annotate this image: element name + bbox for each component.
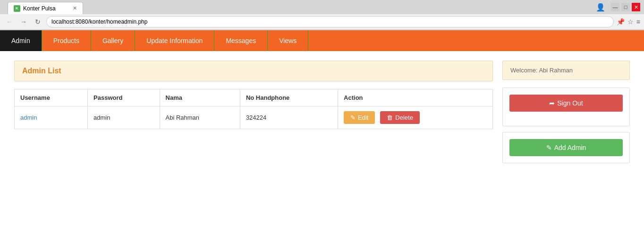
cell-no-handphone: 324224	[240, 106, 338, 129]
browser-nav-icons: 📌 ☆ ≡	[617, 18, 640, 26]
browser-tab[interactable]: K Konter Pulsa ✕	[8, 2, 83, 14]
col-no-handphone: No Handphone	[240, 89, 338, 106]
menu-icon[interactable]: ≡	[636, 18, 640, 26]
user-icon: 👤	[596, 3, 605, 12]
tab-favicon: K	[14, 5, 20, 12]
admin-list-header: Admin List	[14, 61, 493, 81]
table-body: admin admin Abi Rahman 324224 ✎ Edit 🗑 D…	[15, 106, 493, 129]
main-panel: Admin List Username Password Nama No Han…	[14, 61, 493, 169]
nav-item-messages[interactable]: Messages	[214, 30, 268, 51]
nav-item-views[interactable]: Views	[268, 30, 308, 51]
pin-icon: 📌	[617, 18, 625, 26]
app-navigation: AdminProductsGalleryUpdate InformationMe…	[0, 30, 644, 51]
window-controls: 👤 — □ ✕	[596, 3, 640, 12]
delete-icon: 🗑	[387, 114, 393, 121]
address-bar[interactable]	[46, 16, 614, 27]
edit-label: Edit	[358, 114, 368, 121]
cell-nama: Abi Rahman	[160, 106, 240, 129]
col-nama: Nama	[160, 89, 240, 106]
panel-title: Admin List	[22, 67, 485, 75]
browser-nav: ← → ↻ 📌 ☆ ≡	[0, 14, 644, 30]
browser-chrome: K Konter Pulsa ✕ 👤 — □ ✕ ← → ↻ 📌 ☆ ≡	[0, 0, 644, 30]
signout-label: Sign Out	[557, 99, 583, 107]
addadmin-button[interactable]: ✎ Add Admin	[509, 139, 623, 156]
nav-item-admin[interactable]: Admin	[0, 30, 42, 51]
star-icon[interactable]: ☆	[627, 18, 634, 26]
delete-label: Delete	[395, 114, 413, 121]
nav-item-update-information[interactable]: Update Information	[135, 30, 214, 51]
side-panel: Welcome: Abi Rahman ➦ Sign Out ✎ Add Adm…	[502, 61, 630, 169]
col-password: Password	[88, 89, 160, 106]
tab-close-button[interactable]: ✕	[73, 5, 77, 11]
close-button[interactable]: ✕	[632, 3, 640, 11]
nav-item-gallery[interactable]: Gallery	[91, 30, 135, 51]
nav-item-products[interactable]: Products	[42, 30, 91, 51]
edit-icon: ✎	[350, 114, 356, 121]
cell-action: ✎ Edit 🗑 Delete	[338, 106, 493, 129]
tab-title: Konter Pulsa	[23, 5, 56, 12]
table-row: admin admin Abi Rahman 324224 ✎ Edit 🗑 D…	[15, 106, 493, 129]
admin-table: Username Password Nama No Handphone Acti…	[14, 89, 493, 129]
col-action: Action	[338, 89, 493, 106]
signout-box: ➦ Sign Out	[502, 88, 630, 126]
tab-bar: K Konter Pulsa ✕	[4, 2, 87, 14]
maximize-button[interactable]: □	[621, 3, 630, 11]
cell-username: admin	[15, 106, 88, 129]
signout-icon: ➦	[549, 99, 555, 107]
titlebar: K Konter Pulsa ✕ 👤 — □ ✕	[0, 0, 644, 14]
table-header: Username Password Nama No Handphone Acti…	[15, 89, 493, 106]
delete-button[interactable]: 🗑 Delete	[380, 111, 420, 124]
back-button[interactable]: ←	[4, 16, 15, 27]
reload-button[interactable]: ↻	[32, 16, 43, 27]
welcome-text: Welcome: Abi Rahman	[510, 67, 573, 74]
addadmin-box: ✎ Add Admin	[502, 132, 630, 163]
forward-button[interactable]: →	[18, 16, 29, 27]
col-username: Username	[15, 89, 88, 106]
welcome-box: Welcome: Abi Rahman	[502, 61, 630, 80]
minimize-button[interactable]: —	[611, 3, 619, 11]
signout-button[interactable]: ➦ Sign Out	[509, 95, 623, 112]
table-header-row: Username Password Nama No Handphone Acti…	[15, 89, 493, 106]
addadmin-label: Add Admin	[554, 144, 586, 151]
edit-button[interactable]: ✎ Edit	[344, 111, 375, 124]
page-content: Admin List Username Password Nama No Han…	[0, 51, 644, 178]
cell-password: admin	[88, 106, 160, 129]
addadmin-icon: ✎	[546, 144, 552, 151]
